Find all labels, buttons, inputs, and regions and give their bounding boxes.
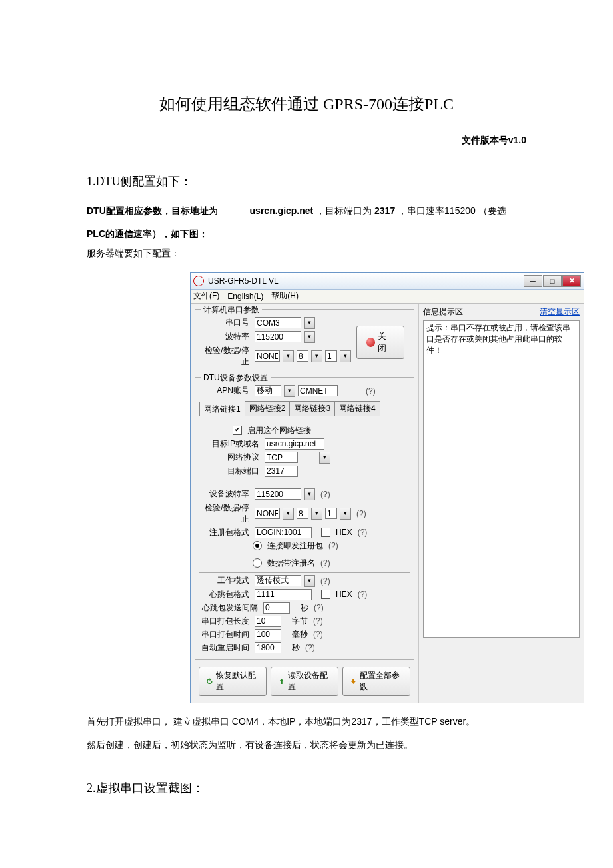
version: 文件版本号v1.0 xyxy=(87,135,526,147)
clear-display-link[interactable]: 清空显示区 xyxy=(540,306,580,318)
restore-label: 恢复默认配置 xyxy=(216,670,259,693)
com-params-group: 计算机串口参数 串口号 ▾ 波特率 ▾ 检验/数据/停止 ▾ ▾ ▾ 关 xyxy=(195,309,414,374)
app-title: USR-GFR5-DTL VL xyxy=(208,276,524,286)
radio1-help[interactable]: (?) xyxy=(328,541,338,550)
heartint-help[interactable]: (?) xyxy=(314,603,324,612)
write-label: 配置全部参数 xyxy=(360,670,403,693)
maximize-button[interactable]: □ xyxy=(543,275,562,287)
devstop-sel[interactable] xyxy=(325,508,337,519)
heartfmt-input[interactable] xyxy=(255,589,312,600)
packlen-help[interactable]: (?) xyxy=(313,616,323,626)
packlen-label: 串口打包长度 xyxy=(199,616,252,627)
restore-default-button[interactable]: 恢复默认配置 xyxy=(199,667,267,696)
p1a: DTU配置相应参数，目标地址为 xyxy=(87,205,221,216)
tab-net2[interactable]: 网络链接2 xyxy=(245,401,291,416)
radio2-help[interactable]: (?) xyxy=(320,558,330,568)
packlen-input[interactable] xyxy=(255,616,281,627)
p2: PLC的通信速率），如下图： xyxy=(87,228,208,239)
proto-select[interactable] xyxy=(265,452,298,463)
apn-help[interactable]: (?) xyxy=(366,386,376,396)
devparity-help[interactable]: (?) xyxy=(356,509,366,518)
reg-help[interactable]: (?) xyxy=(358,528,368,537)
baud-dropdown-icon[interactable]: ▾ xyxy=(304,331,315,343)
targetport-label: 目标端口 xyxy=(199,466,262,477)
close-button[interactable]: ✕ xyxy=(562,275,581,287)
com-params-legend: 计算机串口参数 xyxy=(201,304,262,316)
radio-data-regname[interactable] xyxy=(253,558,262,568)
tab-net1[interactable]: 网络链接1 xyxy=(199,402,245,416)
proto-dd[interactable]: ▾ xyxy=(319,452,330,464)
baud-select[interactable] xyxy=(255,331,301,342)
parity-dd[interactable]: ▾ xyxy=(283,350,294,362)
port-label: 串口号 xyxy=(199,317,252,328)
port-dropdown-icon[interactable]: ▾ xyxy=(304,317,315,329)
after2: 然后创建，创建后，初始状态为监听，有设备连接后，状态将会更新为已连接。 xyxy=(87,737,526,753)
close-port-label: 关闭 xyxy=(378,330,394,354)
p1b: usrcn.gicp.net xyxy=(250,205,314,216)
menu-english[interactable]: English(L) xyxy=(227,292,263,301)
baud-label: 波特率 xyxy=(199,331,252,342)
apn-provider-select[interactable] xyxy=(255,385,281,396)
packtime-help[interactable]: (?) xyxy=(313,630,323,639)
reg-input[interactable] xyxy=(255,527,312,538)
download-icon xyxy=(350,677,357,685)
reboot-input[interactable] xyxy=(255,642,281,653)
port-select[interactable] xyxy=(255,317,301,328)
mode-label: 工作模式 xyxy=(199,575,252,586)
after1: 首先打开虚拟串口， 建立虚拟串口 COM4，本地IP，本地端口为2317，工作类… xyxy=(87,713,526,730)
heart-help[interactable]: (?) xyxy=(358,590,368,599)
tab-net4[interactable]: 网络链接4 xyxy=(334,401,380,416)
net-tabs: 网络链接1 网络链接2 网络链接3 网络链接4 xyxy=(199,401,410,416)
targetport-input[interactable] xyxy=(265,466,298,477)
p1d: 2317 xyxy=(374,205,395,216)
stopbits-select[interactable] xyxy=(325,350,337,362)
section2-heading: 2.虚拟串口设置截图： xyxy=(87,780,526,796)
reg-hex-label: HEX xyxy=(336,528,352,537)
heartint-input[interactable] xyxy=(263,602,290,614)
devparity-sel[interactable] xyxy=(255,508,280,519)
mode-select[interactable] xyxy=(255,575,301,586)
message-text: 提示：串口不存在或被占用，请检查该串口是否存在或关闭其他占用此串口的软件！ xyxy=(426,323,570,355)
devparity-dd[interactable]: ▾ xyxy=(283,508,294,520)
parity-label: 检验/数据/停止 xyxy=(199,345,252,368)
mode-dd[interactable]: ▾ xyxy=(304,575,315,587)
parity-select[interactable] xyxy=(255,350,280,362)
apn-input[interactable] xyxy=(298,385,338,396)
stop-dd[interactable]: ▾ xyxy=(340,350,351,362)
ip-input[interactable] xyxy=(265,438,324,450)
radio-connect-send[interactable] xyxy=(253,541,262,550)
devbaud-select[interactable] xyxy=(255,488,301,500)
reboot-help[interactable]: (?) xyxy=(305,643,315,652)
mode-help[interactable]: (?) xyxy=(320,576,330,586)
devdata-dd[interactable]: ▾ xyxy=(311,508,322,520)
apn-provider-dd[interactable]: ▾ xyxy=(284,385,295,397)
window-controls: ─ □ ✕ xyxy=(524,275,581,287)
section1-heading: 1.DTU侧配置如下： xyxy=(87,173,526,189)
minimize-button[interactable]: ─ xyxy=(524,275,542,287)
reboot-label: 自动重启时间 xyxy=(199,642,252,653)
packtime-input[interactable] xyxy=(255,629,281,640)
proto-label: 网络协议 xyxy=(199,452,262,463)
enable-link-checkbox[interactable]: ✔ xyxy=(233,426,242,435)
dtu-legend: DTU设备参数设置 xyxy=(201,372,271,384)
reg-hex-checkbox[interactable] xyxy=(321,528,330,537)
write-config-button[interactable]: 配置全部参数 xyxy=(342,667,410,696)
devdata-sel[interactable] xyxy=(297,508,308,519)
sec1-para1: DTU配置相应参数，目标地址为 usrcn.gicp.net ，目标端口为 23… xyxy=(87,203,526,219)
info-legend: 信息提示区 xyxy=(423,306,463,318)
devstop-dd[interactable]: ▾ xyxy=(340,508,351,520)
tab-net3[interactable]: 网络链接3 xyxy=(289,401,335,416)
doc-title: 如何使用组态软件通过 GPRS-700连接PLC xyxy=(87,93,526,115)
close-port-button[interactable]: 关闭 xyxy=(356,326,404,359)
databits-select[interactable] xyxy=(297,350,308,362)
devbaud-help[interactable]: (?) xyxy=(320,490,330,499)
read-config-button[interactable]: 读取设备配置 xyxy=(271,667,338,696)
menu-help[interactable]: 帮助(H) xyxy=(271,290,299,302)
radio2-label: 数据带注册名 xyxy=(267,558,315,569)
menu-file[interactable]: 文件(F) xyxy=(193,290,219,302)
sec1-para3: 服务器端要如下配置： xyxy=(87,245,526,262)
devbaud-dd[interactable]: ▾ xyxy=(304,488,315,500)
data-dd[interactable]: ▾ xyxy=(311,350,322,362)
sec1-para2: PLC的通信速率），如下图： xyxy=(87,226,526,242)
heart-hex-checkbox[interactable] xyxy=(321,590,330,599)
